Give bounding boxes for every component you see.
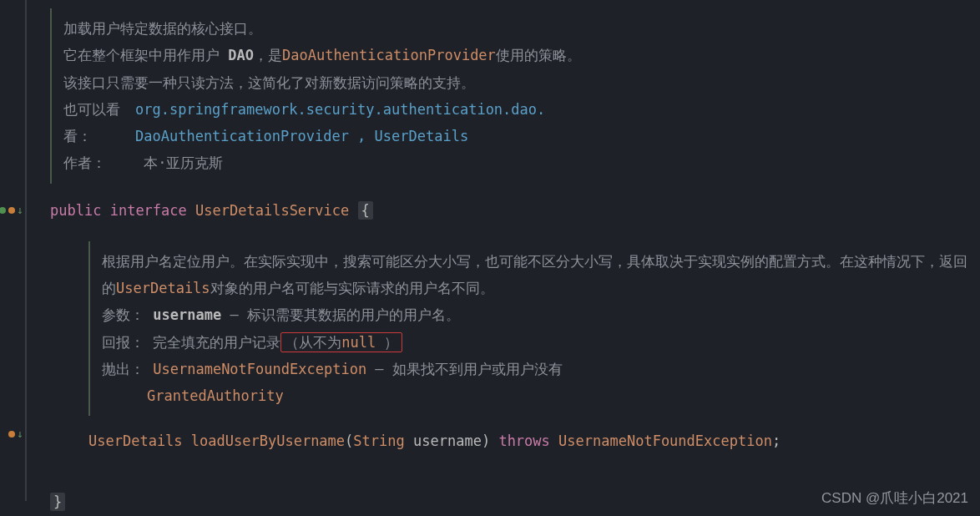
open-brace: {	[358, 201, 373, 220]
doc-line: 该接口只需要一种只读方法，这简化了对新数据访问策略的支持。	[63, 69, 968, 96]
doc-param: 参数： username – 标识需要其数据的用户的用户名。	[102, 301, 968, 328]
gutter-overrides-icon[interactable]: ↓	[8, 427, 23, 440]
doc-see-also: 也可以看看： org.springframework.security.auth…	[63, 96, 968, 150]
svg-point-2	[8, 431, 15, 438]
close-brace: }	[50, 493, 65, 511]
code-editor[interactable]: 加载用户特定数据的核心接口。 它在整个框架中用作用户 DAO，是DaoAuthe…	[33, 0, 980, 514]
gutter-implements-icon[interactable]: ↓	[0, 204, 23, 216]
doc-line: 它在整个框架中用作用户 DAO，是DaoAuthenticationProvid…	[63, 42, 968, 68]
doc-line: 根据用户名定位用户。在实际实现中，搜索可能区分大小写，也可能不区分大小写，具体取…	[102, 248, 968, 302]
method-declaration: UserDetails loadUserByUsername(String us…	[88, 429, 980, 453]
highlighted-note: （从不为null ）	[280, 332, 402, 352]
javadoc-interface: 加载用户特定数据的核心接口。 它在整个框架中用作用户 DAO，是DaoAuthe…	[50, 8, 980, 184]
doc-return: 回报： 完全填充的用户记录（从不为null ）	[102, 329, 968, 356]
doc-author: 作者： 本·亚历克斯	[63, 149, 968, 176]
svg-point-1	[8, 207, 15, 214]
doc-throws: 抛出： UsernameNotFoundException – 如果找不到用户或…	[102, 356, 968, 410]
doc-line: 加载用户特定数据的核心接口。	[63, 15, 968, 42]
csdn-watermark: CSDN @爪哇小白2021	[821, 488, 968, 508]
svg-point-0	[0, 207, 6, 214]
interface-declaration: public interface UserDetailsService {	[50, 199, 980, 223]
javadoc-method: 根据用户名定位用户。在实际实现中，搜索可能区分大小写，也可能不区分大小写，具体取…	[88, 241, 980, 417]
editor-gutter: ↓ ↓	[0, 0, 27, 501]
